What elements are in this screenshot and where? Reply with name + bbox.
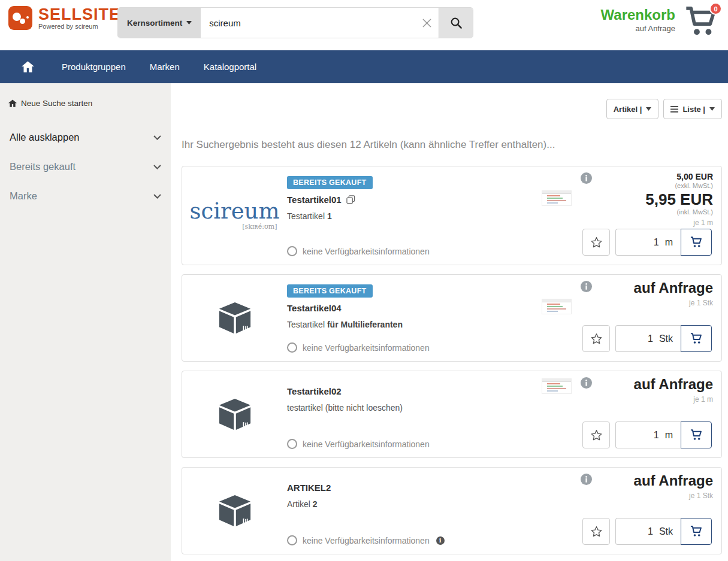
cart-count-badge: 0 [709,2,722,15]
chevron-down-icon [153,165,161,169]
cart-sublabel: auf Anfrage [601,24,675,33]
product-title[interactable]: Testartikel02 [287,386,342,396]
search-input[interactable] [201,8,415,38]
favorite-button[interactable] [582,325,610,352]
search-scope-dropdown[interactable]: Kernsortiment [118,8,201,38]
product-image[interactable]: scireum [skɪʀé:ʊm] [182,166,287,265]
favorite-button[interactable] [582,421,610,448]
status-badge: BEREITS GEKAUFT [287,284,373,298]
add-to-cart-button[interactable] [681,421,712,448]
product-title[interactable]: ARTIKEL2 [287,483,331,493]
list-icon [670,106,678,113]
availability-indicator [287,535,297,545]
product-description: Testartikel 1 [287,211,536,221]
favorite-button[interactable] [582,518,610,545]
chevron-down-icon [153,135,161,140]
quantity-group: m [615,229,712,256]
product-card: scireum [skɪʀé:ʊm] BEREITS GEKAUFT Testa… [182,166,722,265]
quantity-input[interactable] [641,237,659,248]
product-title[interactable]: Testartikel04 [287,303,342,313]
quantity-input[interactable] [641,430,659,441]
sidebar-item-bereits-gekauft[interactable]: Bereits gekauft [8,155,162,178]
cart-icon [690,525,703,538]
caret-down-icon [646,107,651,111]
search-scope-label: Kernsortiment [127,19,182,28]
quantity-input[interactable] [635,526,653,537]
copy-icon[interactable] [346,195,355,204]
nav-home-icon[interactable] [18,56,38,77]
nav-item-marken[interactable]: Marken [150,62,180,72]
price-on-request: auf Anfrage [634,473,713,489]
nav-item-produktgruppen[interactable]: Produktgruppen [62,62,126,72]
brand-name: SELLSITE [38,7,120,22]
search-icon [450,17,463,29]
quantity-group: Stk [615,518,712,545]
product-title[interactable]: Testartikel01 [287,195,342,205]
add-to-cart-button[interactable] [681,518,712,545]
artikel-dropdown-button[interactable]: Artikel | [606,99,659,119]
sidebar-item-marke[interactable]: Marke [8,184,162,208]
product-description: testartikel (bitte nicht loeschen) [287,403,536,413]
cart-link[interactable]: Warenkorb auf Anfrage 0 [601,5,721,40]
quantity-group: Stk [615,325,712,352]
new-search-label: Neue Suche starten [21,99,92,108]
price-incl: 5,95 EUR [645,191,713,208]
price-block: auf Anfrage je 1 Stk [634,280,713,307]
favorite-button[interactable] [582,229,610,256]
add-to-cart-button[interactable] [681,325,712,352]
availability-info-icon[interactable]: i [436,536,445,545]
search-bar: Kernsortiment [117,7,473,38]
product-card: ARTIKEL2 Artikel 2 keine Verfügbarkeitsi… [182,467,722,554]
info-icon[interactable] [581,172,592,184]
cart-icon [690,236,703,248]
info-icon[interactable] [581,281,592,292]
caret-down-icon [186,21,192,25]
price-excl: 5,00 EUR [645,172,713,181]
price-on-request: auf Anfrage [634,280,713,296]
per-unit-label: je 1 Stk [634,492,713,500]
liste-dropdown-button[interactable]: Liste | [663,99,722,119]
datasheet-thumbnail[interactable] [542,299,572,314]
scireum-wordmark: scireum [189,201,279,222]
new-search-link[interactable]: Neue Suche starten [8,99,162,108]
package-cube-icon [218,398,252,430]
availability-indicator [287,246,297,256]
quantity-group: m [615,421,712,448]
product-image[interactable] [182,275,287,361]
view-toolbar: Artikel | Liste | [182,99,722,119]
product-description: Artikel 2 [287,499,536,509]
brand-tagline: Powered by scireum [38,23,120,30]
search-button[interactable] [439,8,473,38]
caret-down-icon [709,107,715,111]
price-on-request: auf Anfrage [634,377,713,392]
availability-indicator [287,439,297,449]
unit-label: m [665,237,673,248]
results-summary: Ihr Suchergebnis besteht aus diesen 12 A… [182,139,722,151]
price-block: 5,00 EUR (exkl. MwSt.) 5,95 EUR (inkl. M… [645,172,713,227]
info-icon[interactable] [581,474,592,485]
sidebar-item-alle-ausklappen[interactable]: Alle ausklappen [8,126,162,149]
product-card: BEREITS GEKAUFT Testartikel04 Testartike… [182,274,722,362]
info-icon[interactable] [581,377,592,389]
cart-icon [690,332,703,345]
availability-row: keine Verfügbarkeitsinformationen i [287,535,536,545]
product-image[interactable] [182,468,287,554]
nav-item-katalogportal[interactable]: Katalogportal [204,62,256,72]
datasheet-thumbnail[interactable] [542,190,572,206]
package-cube-icon [218,302,252,334]
add-to-cart-button[interactable] [681,229,712,256]
price-block: auf Anfrage je 1 Stk [634,473,713,500]
price-block: auf Anfrage je 1 m [634,377,713,404]
availability-row: keine Verfügbarkeitsinformationen [287,439,536,449]
star-icon [590,236,603,248]
quantity-input[interactable] [635,333,653,344]
sellsite-logo[interactable]: SELLSITE Powered by scireum [8,6,120,30]
per-unit-label: je 1 m [645,219,713,227]
product-image[interactable] [182,371,287,457]
product-card: Testartikel02 testartikel (bitte nicht l… [182,371,722,458]
clear-search-icon[interactable] [415,8,439,38]
chevron-down-icon [153,194,161,199]
datasheet-thumbnail[interactable] [542,378,572,394]
star-icon [590,429,603,441]
results-area: Artikel | Liste | Ihr Suchergebnis beste… [171,83,728,561]
